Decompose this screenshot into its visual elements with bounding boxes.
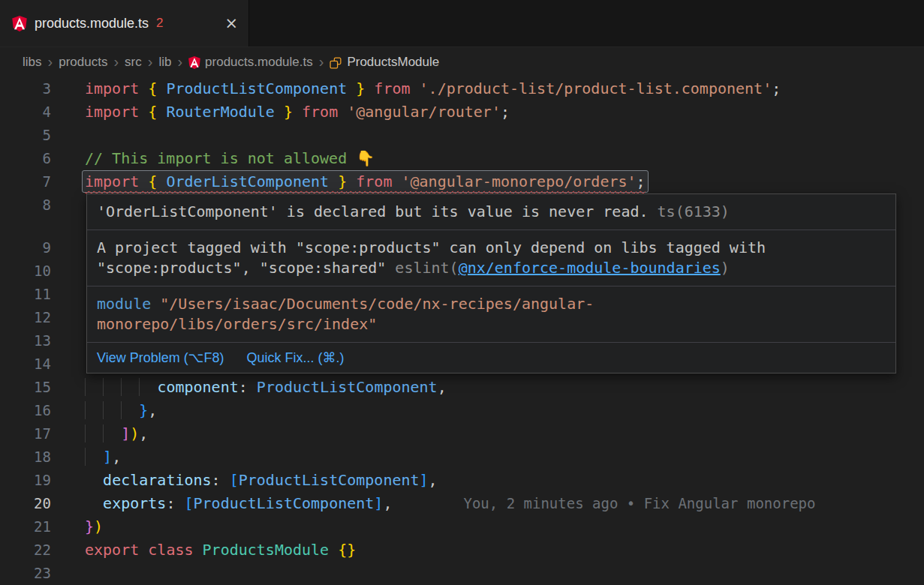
angular-icon (12, 16, 27, 32)
code-text: import { OrderListComponent } from '@ang… (71, 170, 924, 194)
code-text: export class ProductsModule {} (71, 538, 924, 562)
token-kw: from (302, 103, 338, 121)
line-number: 6 (0, 147, 71, 170)
token-pl: : (166, 494, 184, 512)
line-number: 11 (0, 283, 71, 306)
token-b3: ] (103, 448, 112, 466)
token-b3: ] (420, 471, 429, 489)
line-number: 17 (0, 422, 71, 446)
token-guide (85, 378, 103, 396)
code-line-15[interactable]: 15 component: ProductListComponent, (0, 376, 924, 399)
code-line-3[interactable]: 3import { ProductListComponent } from '.… (0, 77, 924, 100)
token-guide (103, 401, 121, 419)
token-pl: ; (501, 103, 510, 121)
token-pl (85, 494, 103, 512)
token-guide (103, 424, 121, 442)
code-line-18[interactable]: 18 ], (0, 446, 924, 469)
token-pl (139, 172, 148, 190)
code-line-7[interactable]: 7import { OrderListComponent } from '@an… (0, 170, 924, 194)
code-line-16[interactable]: 16 }, (0, 399, 924, 422)
token-b3: [ (230, 471, 239, 489)
chevron-right-icon: › (113, 54, 119, 70)
token-kw: import (85, 172, 139, 190)
code-line-19[interactable]: 19 declarations: [ProductListComponent], (0, 469, 924, 492)
token-pl: , (383, 494, 392, 512)
token-pl (139, 80, 148, 98)
breadcrumb: libs › products › src › lib › products.m… (0, 47, 924, 77)
code-text: declarations: [ProductListComponent], (71, 469, 924, 492)
breadcrumb-lib[interactable]: lib (158, 55, 171, 70)
breadcrumb-symbol[interactable]: ProductsModule (330, 55, 439, 70)
token-prop: exports (103, 494, 166, 512)
code-line-17[interactable]: 17 ]), (0, 422, 924, 446)
quick-fix-action[interactable]: Quick Fix... (⌘.) (246, 350, 344, 366)
code-line-21[interactable]: 21}) (0, 515, 924, 538)
token-pl (347, 172, 356, 190)
token-b1: } (356, 80, 365, 98)
token-kw: export (85, 541, 139, 559)
token-pl: , (438, 378, 447, 396)
code-line-6[interactable]: 6// This import is not allowed 👇 (0, 147, 924, 170)
view-problem-action[interactable]: View Problem (⌥F8) (97, 350, 224, 366)
token-guide (85, 448, 103, 466)
token-pl: , (429, 471, 438, 489)
breadcrumb-file[interactable]: products.module.ts (188, 55, 313, 70)
token-b3: [ (184, 494, 193, 512)
token-cls: ProductsModule (203, 541, 330, 559)
breadcrumb-products[interactable]: products (59, 55, 107, 70)
token-kw: from (356, 172, 392, 190)
line-number: 16 (0, 399, 71, 422)
eslint-rule-link[interactable]: @nx/enforce-module-boundaries (459, 259, 721, 277)
code-text: component: ProductListComponent, (71, 376, 924, 399)
line-number: 23 (0, 562, 71, 585)
close-icon[interactable]: × (224, 16, 238, 32)
code-line-5[interactable]: 5 (0, 124, 924, 147)
code-line-20[interactable]: 20 exports: [ProductListComponent],You, … (0, 492, 924, 515)
token-prop: declarations (103, 471, 212, 489)
token-pl: ; (637, 172, 646, 190)
token-pl (85, 471, 103, 489)
line-number: 12 (0, 306, 71, 329)
token-kw: import (85, 103, 139, 121)
line-number: 21 (0, 515, 71, 538)
tab-bar: products.module.ts 2 × (0, 0, 924, 47)
line-number: 14 (0, 352, 71, 376)
angular-icon (188, 56, 200, 69)
tab-products-module[interactable]: products.module.ts 2 × (0, 0, 249, 46)
chevron-right-icon: › (177, 54, 182, 70)
line-number: 4 (0, 100, 71, 124)
code-text (71, 124, 924, 147)
token-b1: { (148, 103, 157, 121)
token-pl (194, 541, 203, 559)
code-text: import { ProductListComponent } from './… (71, 77, 924, 100)
breadcrumb-libs[interactable]: libs (23, 55, 42, 70)
token-str: './product-list/product-list.component' (420, 80, 772, 98)
line-number: 18 (0, 446, 71, 469)
token-pl: ; (772, 80, 781, 98)
token-pl: , (148, 401, 157, 419)
token-kw: import (85, 80, 139, 98)
code-line-4[interactable]: 4import { RouterModule } from '@angular/… (0, 100, 924, 124)
token-id: ProductListComponent (239, 471, 420, 489)
token-guide (103, 378, 121, 396)
token-pl: , (112, 448, 121, 466)
chevron-right-icon: › (319, 54, 324, 70)
breadcrumb-src[interactable]: src (125, 55, 142, 70)
token-pl (157, 80, 166, 98)
token-cmt: // This import is not allowed (85, 149, 356, 167)
token-b1: {} (338, 541, 356, 559)
code-line-22[interactable]: 22export class ProductsModule {} (0, 538, 924, 562)
hover-action-bar: View Problem (⌥F8) Quick Fix... (⌘.) (87, 343, 895, 373)
token-pl (157, 103, 166, 121)
code-text: ], (71, 446, 924, 469)
line-number: 13 (0, 329, 71, 352)
token-b1: ) (94, 518, 103, 536)
line-number: 10 (0, 260, 71, 283)
token-pl (392, 172, 401, 190)
code-line-23[interactable]: 23 (0, 562, 924, 585)
line-number: 19 (0, 469, 71, 492)
token-pl: , (139, 424, 148, 442)
token-b2: ] (121, 424, 130, 442)
line-number: 15 (0, 376, 71, 399)
hover-tooltip: 'OrderListComponent' is declared but its… (86, 194, 896, 374)
